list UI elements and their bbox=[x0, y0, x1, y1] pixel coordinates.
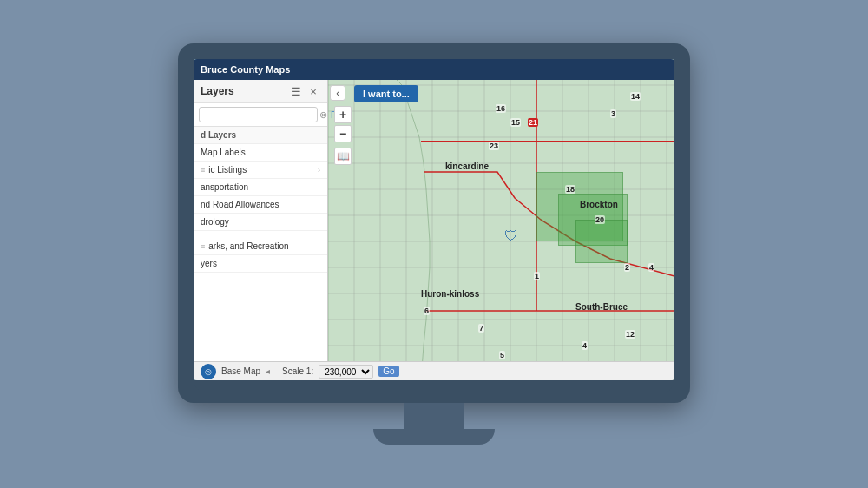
base-map-label: Base Map bbox=[221, 366, 260, 376]
layer-item-road-allowances[interactable]: nd Road Allowances bbox=[194, 196, 327, 214]
layers-list: d Layers Map Labels ≡ ic Listings › ansp… bbox=[194, 127, 327, 361]
monitor-stand-neck bbox=[404, 403, 464, 429]
i-want-to-button[interactable]: I want to... bbox=[354, 85, 418, 102]
layer-item-listings[interactable]: ≡ ic Listings › bbox=[194, 162, 327, 179]
map-number-4b: 4 bbox=[582, 341, 588, 350]
map-number-16: 16 bbox=[496, 104, 506, 113]
map-number-20: 20 bbox=[595, 215, 605, 224]
layers-panel: Layers ☰ × ⊗ Filter d Layers Map Labels bbox=[194, 80, 328, 361]
layer-item-hydrology[interactable]: drology bbox=[194, 214, 327, 231]
map-number-3: 3 bbox=[610, 109, 616, 118]
map-number-21: 21 bbox=[528, 118, 538, 127]
layers-menu-icon[interactable]: ☰ bbox=[289, 84, 303, 98]
go-button[interactable]: Go bbox=[378, 366, 398, 377]
scale-label: Scale 1: bbox=[282, 366, 313, 376]
map-number-23: 23 bbox=[489, 142, 499, 150]
layer-item-layers[interactable]: yers bbox=[194, 255, 327, 273]
layer-item-parks[interactable]: ≡ arks, and Recreation bbox=[194, 238, 327, 255]
layers-clear-btn[interactable]: ⊗ bbox=[319, 109, 327, 121]
city-label-kincardine: kincardine bbox=[445, 162, 489, 171]
map-number-18: 18 bbox=[565, 185, 575, 194]
map-number-5: 5 bbox=[499, 351, 505, 359]
zoom-controls: + − 📖 bbox=[334, 106, 352, 165]
map-number-4a: 4 bbox=[648, 263, 654, 272]
monitor-chin bbox=[194, 380, 674, 392]
map-number-15: 15 bbox=[510, 118, 521, 127]
city-label-brockton: Brockton bbox=[580, 200, 618, 209]
map-number-1: 1 bbox=[534, 272, 540, 280]
map-area: Lake Huron kincardine Brockton Huron-kin… bbox=[194, 59, 674, 380]
map-number-7: 7 bbox=[478, 324, 484, 333]
layer-group-header: d Layers bbox=[194, 127, 327, 144]
map-number-6a: 6 bbox=[424, 307, 430, 315]
zoom-in-button[interactable]: + bbox=[334, 106, 352, 123]
base-map-arrow-icon: ◂ bbox=[266, 366, 270, 376]
monitor-stand-base bbox=[373, 429, 495, 445]
layers-search-row: ⊗ Filter bbox=[194, 103, 327, 127]
zoom-out-button[interactable]: − bbox=[334, 125, 352, 142]
scale-select[interactable]: 230,000 bbox=[319, 365, 373, 379]
layers-title: Layers bbox=[201, 85, 286, 97]
base-map-icon: ◎ bbox=[201, 364, 216, 379]
map-number-12: 12 bbox=[625, 330, 635, 339]
city-label-huron: Huron-kinloss bbox=[421, 289, 479, 299]
bottom-bar: ◎ Base Map ◂ Scale 1: 230,000 Go bbox=[194, 361, 674, 380]
map-shield-icon: 🛡 bbox=[504, 228, 518, 244]
layer-item-transportation[interactable]: ansportation bbox=[194, 179, 327, 196]
layer-item-map-labels[interactable]: Map Labels bbox=[194, 144, 327, 162]
map-number-2: 2 bbox=[624, 263, 630, 272]
layers-close-icon[interactable]: × bbox=[306, 84, 320, 98]
bookmark-button[interactable]: 📖 bbox=[334, 148, 352, 165]
app-title-bar: Bruce County Maps bbox=[194, 59, 674, 80]
monitor-screen: Lake Huron kincardine Brockton Huron-kin… bbox=[194, 59, 674, 380]
map-number-14: 14 bbox=[630, 92, 641, 101]
city-label-south-bruce: South-Bruce bbox=[575, 302, 628, 312]
green-area-3 bbox=[575, 220, 628, 263]
layers-search-input[interactable] bbox=[199, 107, 318, 122]
layers-header: Layers ☰ × bbox=[194, 80, 327, 103]
nav-arrow-button[interactable]: ‹ bbox=[330, 85, 345, 101]
app-title-text: Bruce County Maps bbox=[201, 64, 290, 75]
monitor-wrapper: Lake Huron kincardine Brockton Huron-kin… bbox=[178, 43, 690, 445]
monitor-frame: Lake Huron kincardine Brockton Huron-kin… bbox=[178, 43, 690, 403]
